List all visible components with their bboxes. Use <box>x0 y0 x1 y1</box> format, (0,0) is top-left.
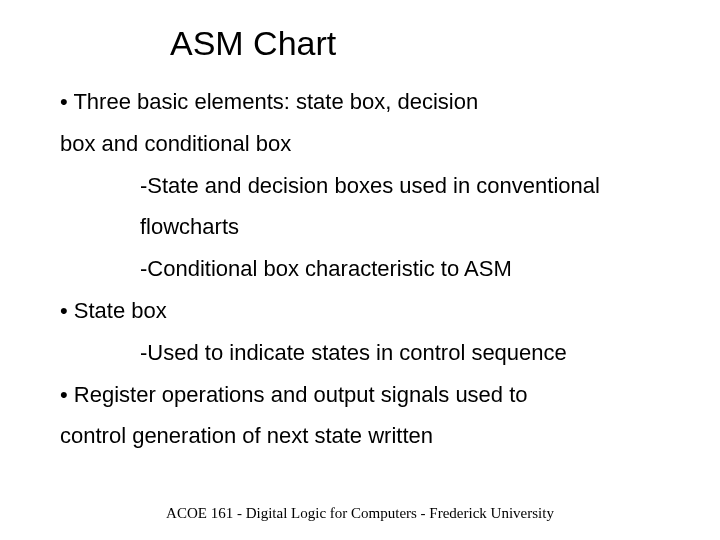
slide-footer: ACOE 161 - Digital Logic for Computers -… <box>0 505 720 522</box>
slide: ASM Chart • Three basic elements: state … <box>0 0 720 540</box>
slide-body: • Three basic elements: state box, decis… <box>60 81 660 457</box>
sub-item: -State and decision boxes used in conven… <box>140 165 660 207</box>
sub-item: -Used to indicate states in control sequ… <box>140 332 660 374</box>
sub-item: -Conditional box characteristic to ASM <box>140 248 660 290</box>
bullet-item: • State box <box>60 290 660 332</box>
slide-title: ASM Chart <box>170 24 660 63</box>
bullet-item: • Register operations and output signals… <box>60 374 660 416</box>
sub-item: flowcharts <box>140 206 660 248</box>
bullet-item: control generation of next state written <box>60 415 660 457</box>
bullet-item: • Three basic elements: state box, decis… <box>60 81 660 123</box>
bullet-item: box and conditional box <box>60 123 660 165</box>
